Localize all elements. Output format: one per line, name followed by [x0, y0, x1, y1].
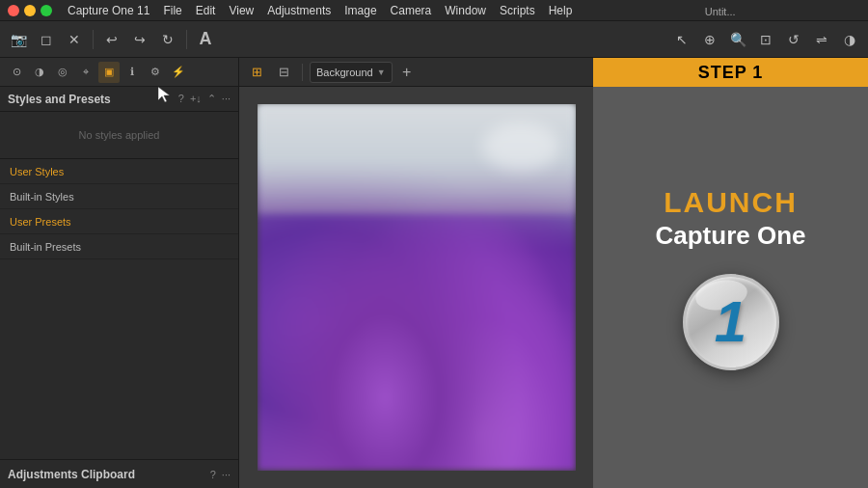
user-presets-category[interactable]: User Presets [0, 209, 238, 234]
close-button[interactable] [8, 5, 19, 16]
toolbar-separator-1 [93, 30, 94, 49]
panel-add[interactable]: +↓ [190, 93, 202, 105]
tool-icon-exposure[interactable]: ◑ [29, 62, 50, 83]
no-styles-message: No styles applied [0, 112, 238, 159]
styles-panel-header: Styles and Presets ? +↓ ⌃ ··· [0, 87, 238, 112]
view-separator [302, 64, 303, 81]
single-view-button[interactable]: ⊞ [245, 61, 268, 84]
main-toolbar: 📷 ◻ ✕ ↩ ↪ ↻ A ↖ ⊕ 🔍 ⊡ ↺ ⇌ ◑ [0, 21, 868, 58]
menu-help[interactable]: Help [543, 2, 579, 19]
zoom-tool[interactable]: 🔍 [725, 27, 750, 52]
menu-camera[interactable]: Camera [385, 2, 438, 19]
traffic-lights [8, 5, 52, 16]
tool-icon-info[interactable]: ℹ [122, 62, 143, 83]
adjustments-title: Adjustments Clipboard [8, 468, 135, 481]
adjustments-more[interactable]: ··· [222, 469, 231, 480]
menu-bar: Capture One 11 File Edit View Adjustment… [0, 0, 868, 21]
right-panel: STEP 1 LAUNCH Capture One 1 [593, 58, 868, 488]
text-tool-button[interactable]: A [193, 27, 218, 52]
panel-spacer [0, 259, 238, 459]
menu-app[interactable]: Capture One 11 [62, 2, 155, 19]
flower-wisp [482, 122, 559, 171]
undo-button[interactable]: ↩ [99, 27, 124, 52]
user-styles-category[interactable]: User Styles [0, 159, 238, 184]
panel-help[interactable]: ? [178, 93, 184, 105]
menu-file[interactable]: File [157, 2, 187, 19]
menu-image[interactable]: Image [339, 2, 382, 19]
background-label: Background [316, 67, 373, 78]
builtin-styles-category[interactable]: Built-in Styles [0, 184, 238, 209]
styles-panel-title: Styles and Presets [8, 93, 111, 106]
badge-number: 1 [715, 293, 746, 351]
adjustments-help[interactable]: ? [210, 469, 216, 480]
crop-tool[interactable]: ⊡ [753, 27, 778, 52]
center-content: ⊞ ⊟ Background ▼ + [239, 58, 593, 488]
rotate-tool[interactable]: ↺ [781, 27, 806, 52]
tool-icon-camera[interactable]: ⊙ [6, 62, 27, 83]
tool-icons-bar: ⊙ ◑ ◎ ⌖ ▣ ℹ ⚙ ⚡ [0, 58, 238, 87]
multi-view-button[interactable]: ⊟ [272, 61, 295, 84]
launch-label: LAUNCH [664, 186, 798, 219]
mask-tool[interactable]: ◑ [837, 27, 862, 52]
menu-scripts[interactable]: Scripts [494, 2, 541, 19]
photo-canvas [258, 104, 576, 471]
flip-tool[interactable]: ⇌ [809, 27, 834, 52]
menu-window[interactable]: Window [439, 2, 492, 19]
toolbar-separator-2 [186, 30, 187, 49]
move-tool[interactable]: ⊕ [697, 27, 722, 52]
instruction-area: LAUNCH Capture One 1 [593, 58, 868, 488]
panel-arrow[interactable]: ⌃ [207, 93, 216, 105]
menu-adjustments[interactable]: Adjustments [261, 2, 337, 19]
menu-edit[interactable]: Edit [190, 2, 222, 19]
viewer-toolbar: ⊞ ⊟ Background ▼ + [239, 58, 593, 87]
adjustments-actions: ? ··· [210, 469, 231, 480]
main-layout: ⊙ ◑ ◎ ⌖ ▣ ℹ ⚙ ⚡ Styles and Presets ? +↓ … [0, 58, 868, 488]
fullscreen-button[interactable] [41, 5, 52, 16]
redo-back-button[interactable]: ↪ [127, 27, 152, 52]
new-session-button[interactable]: ◻ [34, 27, 59, 52]
tool-icon-color[interactable]: ◎ [52, 62, 73, 83]
close-session-button[interactable]: ✕ [62, 27, 87, 52]
cursor-tool[interactable]: ↖ [669, 27, 694, 52]
tool-icon-batch[interactable]: ⚡ [168, 62, 189, 83]
background-arrow: ▼ [377, 68, 386, 77]
window-title: Untit... [705, 6, 736, 17]
panel-more[interactable]: ··· [222, 93, 231, 105]
background-select[interactable]: Background ▼ [310, 62, 393, 83]
tool-icon-details[interactable]: ⌖ [75, 62, 96, 83]
add-view-button[interactable]: + [396, 62, 418, 83]
image-viewer [239, 87, 593, 488]
minimize-button[interactable] [24, 5, 36, 16]
menu-view[interactable]: View [223, 2, 259, 19]
step-badge: 1 [683, 274, 779, 370]
redo-button[interactable]: ↻ [155, 27, 180, 52]
import-button[interactable]: 📷 [6, 27, 31, 52]
tool-icon-settings[interactable]: ⚙ [145, 62, 166, 83]
tool-icon-styles[interactable]: ▣ [98, 62, 120, 83]
capture-one-label: Capture One [655, 221, 805, 251]
builtin-presets-category[interactable]: Built-in Presets [0, 234, 238, 259]
panel-actions: ? +↓ ⌃ ··· [178, 93, 231, 105]
adjustments-clipboard: Adjustments Clipboard ? ··· [0, 459, 238, 488]
left-panel: ⊙ ◑ ◎ ⌖ ▣ ℹ ⚙ ⚡ Styles and Presets ? +↓ … [0, 58, 239, 488]
